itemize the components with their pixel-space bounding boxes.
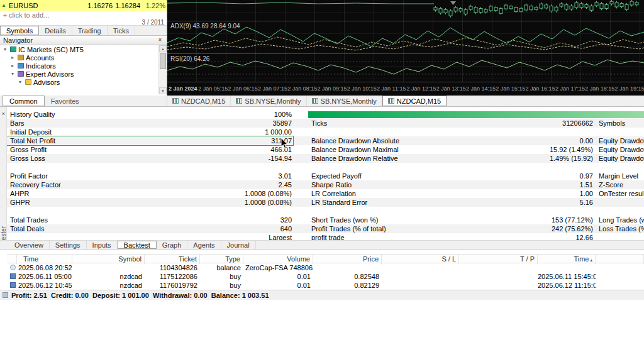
- chart-tab-label: NZDCAD,M15: [397, 97, 441, 105]
- metric-label-right: Loss Trades (%: [599, 224, 644, 233]
- caret-expanded-icon[interactable]: ▾: [9, 71, 16, 77]
- market-watch-tab-ticks[interactable]: Ticks: [108, 26, 135, 35]
- tester-result-row: History Quality100%: [7, 110, 644, 119]
- navigator-tab-favorites[interactable]: Favorites: [45, 96, 86, 106]
- market-watch-row-eurusd[interactable]: ▲ EURUSD 1.16276 1.16284 1.22%: [0, 0, 167, 11]
- symbols-counter: 3 / 2011: [142, 19, 164, 26]
- market-watch-add-row[interactable]: + click to add...: [0, 11, 167, 19]
- time-axis-label: 2 Jan 2024: [169, 85, 197, 92]
- market-watch-counter-row: 3 / 2011: [0, 19, 167, 25]
- column-header-price[interactable]: Price: [313, 255, 382, 264]
- tester-tab-overview[interactable]: Overview: [9, 241, 50, 249]
- chart-time-axis[interactable]: 2 Jan 20242 Jan 05:152 Jan 06:152 Jan 07…: [167, 82, 644, 96]
- tester-tab-graph[interactable]: Graph: [157, 241, 188, 249]
- price-pane[interactable]: [167, 0, 644, 21]
- tree-item-expert-advisors[interactable]: ▾Expert Advisors: [0, 70, 167, 78]
- daily-change: 1.22%: [140, 2, 165, 9]
- caret-collapsed-icon[interactable]: ▸: [9, 55, 16, 60]
- time-axis-label: 2 Jan 13:15: [436, 85, 466, 92]
- column-header-ticket[interactable]: Ticket: [145, 255, 200, 264]
- scrollbar-thumb[interactable]: [160, 53, 166, 69]
- tester-tab-backtest[interactable]: Backtest: [118, 241, 157, 249]
- scroll-up-icon[interactable]: ▲: [159, 45, 167, 52]
- balance-deal-icon: [10, 265, 16, 270]
- tester-tab-journal[interactable]: Journal: [221, 241, 256, 249]
- time-axis-label: 2 Jan 07:15: [258, 85, 287, 92]
- tester-metric-left: Gross Loss-154.94: [7, 154, 293, 163]
- close-results-button[interactable]: ×: [1, 111, 6, 117]
- market-watch-tab-symbols[interactable]: Symbols: [0, 26, 39, 35]
- tester-metric-mid: LR Correlation1.00: [308, 189, 594, 198]
- chart-tab-label: SB.NYSE,Monthly: [245, 97, 301, 105]
- deals-header-icon-cell: [7, 255, 17, 264]
- column-header-type[interactable]: Type: [200, 255, 243, 264]
- tree-item-advisors[interactable]: ▾Advisors: [0, 78, 167, 86]
- adx-indicator-pane[interactable]: ADX(9) 43.69 28.64 9.04: [167, 21, 644, 53]
- market-watch-tab-trading[interactable]: Trading: [72, 26, 108, 35]
- metric-value: 320: [280, 216, 293, 224]
- tree-item-label: Expert Advisors: [26, 70, 74, 78]
- tester-tab-settings[interactable]: Settings: [50, 241, 87, 249]
- time-axis-label: 2 Jan 09:15: [318, 85, 347, 92]
- metric-label: Recovery Factor: [7, 180, 279, 189]
- deal-close-time: 2025.06.12 11:15:00: [538, 281, 596, 290]
- caret-expanded-icon[interactable]: ▾: [2, 47, 8, 52]
- tree-item-accounts[interactable]: ▸Accounts: [0, 53, 167, 62]
- metric-label: Gross Profit: [7, 145, 270, 154]
- metric-value: [593, 128, 594, 136]
- tester-tab-agents[interactable]: Agents: [187, 241, 221, 249]
- metric-label-right: Symbols: [599, 119, 644, 128]
- metric-label: profit trade: [308, 233, 575, 240]
- metric-value: 1.0008 (0.08%): [245, 189, 293, 198]
- deal-type: buy: [200, 272, 243, 281]
- chart-tab-nzdcad-m15[interactable]: NZDCAD,M15: [167, 96, 231, 106]
- metric-label: Total Net Profit: [7, 136, 271, 145]
- market-watch-tab-details[interactable]: Details: [39, 26, 72, 35]
- navigator-panel: Navigator × ▲ ▼ ▾IC Markets (SC) MT5▸Acc…: [0, 36, 167, 96]
- navigator-tab-common[interactable]: Common: [3, 96, 45, 106]
- tester-metric-mid: Short Trades (won %)153 (77.12%): [308, 216, 594, 224]
- tester-metric-left: Total Deals640: [7, 224, 293, 233]
- indicators-icon: [18, 63, 24, 69]
- tester-tab-inputs[interactable]: Inputs: [87, 241, 118, 249]
- metric-label: [308, 128, 593, 136]
- metric-value: 5.16: [580, 198, 594, 207]
- chart-shift-marker-icon: [450, 1, 456, 5]
- column-header-volume[interactable]: Volume: [243, 255, 313, 264]
- scroll-down-icon[interactable]: ▼: [159, 87, 167, 94]
- column-header-s-l[interactable]: S / L: [382, 255, 459, 264]
- chart-tab-sb-nyse-monthly[interactable]: SB.NYSE,Monthly: [307, 96, 382, 106]
- column-header-symbol[interactable]: Symbol: [72, 255, 145, 264]
- column-header-time[interactable]: Time: [17, 255, 72, 264]
- navigator-scrollbar[interactable]: ▲ ▼: [158, 45, 167, 94]
- navigator-title: Navigator: [3, 36, 157, 44]
- tree-item-indicators[interactable]: ▸Indicators: [0, 62, 167, 70]
- chart-tab-nzdcad-m15[interactable]: NZDCAD,M15: [382, 96, 447, 106]
- metric-label-right: [599, 233, 644, 240]
- deal-row[interactable]: 2025.06.12 10:45:00nzdcad1176019792buy0.…: [7, 281, 644, 290]
- deal-row[interactable]: 2025.06.11 05:00:00nzdcad1175122086buy0.…: [7, 272, 644, 281]
- metric-value: -154.94: [269, 154, 293, 163]
- metric-value: 12.66: [575, 233, 594, 240]
- deal-type: balance: [200, 263, 243, 272]
- tree-item-ic-markets-sc-mt5[interactable]: ▾IC Markets (SC) MT5: [0, 45, 167, 53]
- caret-collapsed-icon[interactable]: ▸: [9, 63, 16, 69]
- chart-mini-icon: [236, 98, 242, 104]
- navigator-close-button[interactable]: ×: [157, 37, 164, 44]
- deal-row[interactable]: 2025.06.08 20:52:531104304826balanceZero…: [7, 263, 644, 272]
- column-header-t-p[interactable]: T / P: [459, 255, 538, 264]
- metric-value: Largest: [269, 233, 293, 240]
- tester-metric-left: GHPR1.0008 (0.08%): [7, 198, 293, 207]
- price-chart[interactable]: ADX(9) 43.69 28.64 9.04 RSI(20) 64.26 2 …: [167, 0, 644, 96]
- chart-mini-icon: [172, 98, 179, 104]
- metric-label: Expected Payoff: [308, 172, 580, 180]
- experts-icon: [18, 71, 24, 77]
- column-header-time-close[interactable]: Time▴: [538, 255, 596, 264]
- deal-price: 0.82129: [313, 281, 382, 290]
- rsi-indicator-pane[interactable]: RSI(20) 64.26: [167, 53, 644, 82]
- chart-tabs: NZDCAD,M15SB.NYSE,MonthlySB.NYSE,Monthly…: [167, 96, 644, 106]
- chart-tab-sb-nyse-monthly[interactable]: SB.NYSE,Monthly: [231, 96, 306, 106]
- caret-expanded-icon[interactable]: ▾: [17, 79, 23, 85]
- tester-result-row: GHPR1.0008 (0.08%)LR Standard Error5.16: [7, 198, 644, 207]
- buy-deal-icon: [10, 273, 16, 279]
